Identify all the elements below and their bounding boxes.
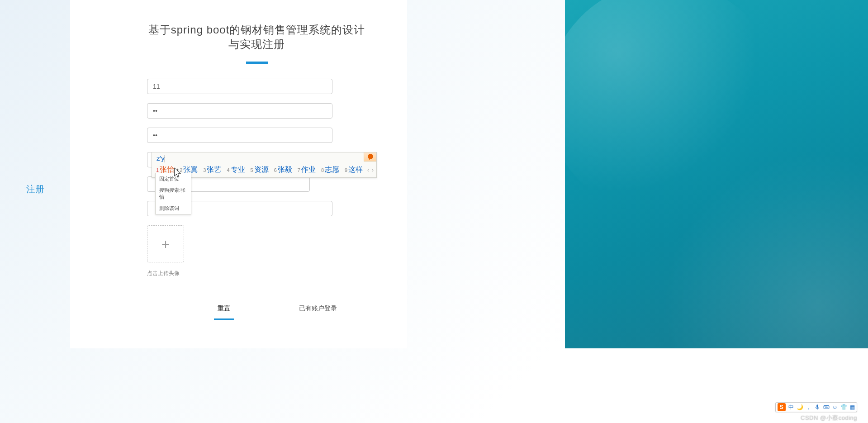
hero-image-panel bbox=[565, 0, 868, 348]
sogou-logo-icon[interactable]: S bbox=[778, 403, 786, 411]
svg-rect-1 bbox=[825, 406, 825, 407]
ime-next-page[interactable]: › bbox=[372, 167, 374, 173]
ime-candidate-7[interactable]: 7作业 bbox=[296, 165, 317, 175]
side-tab-register: 注册 bbox=[26, 183, 44, 195]
svg-rect-4 bbox=[828, 406, 828, 407]
avatar-upload-hint: 点击上传头像 bbox=[147, 270, 366, 277]
ime-mic-icon[interactable] bbox=[814, 404, 821, 410]
ime-candidate-6[interactable]: 6张毅 bbox=[273, 165, 294, 175]
ime-candidate-4[interactable]: 4专业 bbox=[225, 165, 246, 175]
username-input[interactable] bbox=[147, 79, 332, 94]
ime-candidate-5[interactable]: 5资源 bbox=[249, 165, 270, 175]
ime-menu-delete[interactable]: 删除该词 bbox=[156, 203, 191, 214]
ime-menu-search[interactable]: 搜狗搜索:张怡 bbox=[156, 185, 191, 203]
ime-moon-icon[interactable]: 🌙 bbox=[797, 404, 803, 410]
login-link[interactable]: 已有账户登录 bbox=[296, 303, 340, 314]
ime-keyboard-icon[interactable] bbox=[823, 404, 830, 410]
title-underline bbox=[246, 62, 268, 64]
form-actions: 重置 已有账户登录 bbox=[147, 303, 366, 314]
ime-toolbox-icon[interactable]: ▦ bbox=[850, 404, 855, 410]
page-title: 基于spring boot的钢材销售管理系统的设计与实现注册 bbox=[147, 23, 366, 52]
ime-candidate-8[interactable]: 8志愿 bbox=[320, 165, 341, 175]
ime-emoji-icon[interactable]: ☺ bbox=[832, 404, 838, 410]
svg-rect-3 bbox=[826, 406, 827, 407]
svg-rect-2 bbox=[825, 406, 826, 407]
ime-menu-pin[interactable]: 固定首位 bbox=[156, 173, 191, 185]
plus-icon: ＋ bbox=[159, 237, 172, 251]
reset-button[interactable]: 重置 bbox=[215, 303, 233, 314]
ime-composition: z'y bbox=[152, 152, 376, 163]
password-input[interactable] bbox=[147, 103, 332, 119]
watermark: CSDN @小蔡coding bbox=[801, 414, 857, 422]
ime-candidate-9[interactable]: 9这样 bbox=[343, 165, 364, 175]
ime-prev-page[interactable]: ‹ bbox=[367, 167, 369, 173]
ime-skin-icon[interactable]: 👕 bbox=[840, 404, 847, 410]
svg-rect-5 bbox=[825, 408, 828, 408]
ime-context-menu: 固定首位 搜狗搜索:张怡 删除该词 bbox=[155, 173, 191, 214]
password-confirm-input[interactable] bbox=[147, 128, 332, 143]
ime-lang-toggle[interactable]: 中 bbox=[788, 404, 794, 411]
ime-candidate-3[interactable]: 3张艺 bbox=[202, 165, 223, 175]
avatar-upload[interactable]: ＋ bbox=[147, 225, 184, 262]
ime-punct-toggle[interactable]: ， bbox=[806, 404, 811, 411]
svg-rect-0 bbox=[824, 406, 829, 409]
ime-status-bar[interactable]: S 中 🌙 ， ☺ 👕 ▦ bbox=[775, 402, 857, 412]
